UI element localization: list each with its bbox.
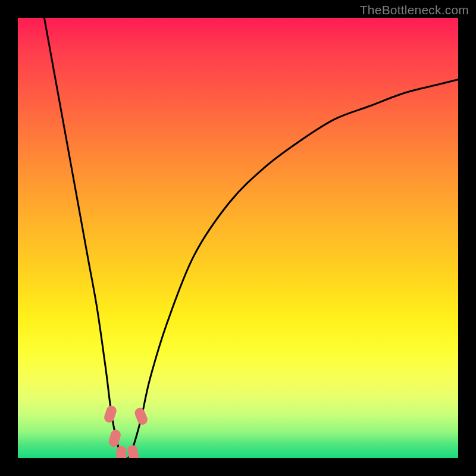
watermark-text: TheBottleneck.com: [360, 3, 469, 17]
marker-bottom-right: [127, 444, 140, 458]
plot-area: [18, 18, 458, 458]
marker-left-lower: [108, 428, 122, 448]
curve-path: [44, 18, 458, 458]
chart-frame: TheBottleneck.com: [0, 0, 476, 476]
marker-left-upper: [103, 405, 118, 424]
marker-bottom-left: [116, 446, 126, 458]
bottleneck-curve: [18, 18, 458, 458]
marker-right-upper: [133, 406, 149, 426]
